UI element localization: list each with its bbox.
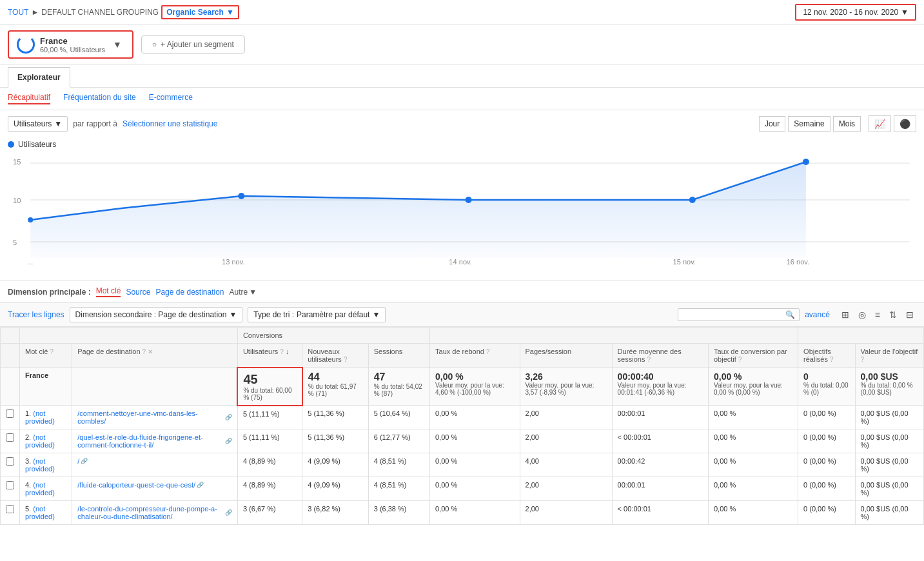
col-page[interactable]: Page de destination ? ✕ <box>72 344 238 368</box>
secondary-dim-label: Dimension secondaire : Page de destinati… <box>75 310 227 319</box>
scatter-chart-btn[interactable]: ⚫ <box>894 115 916 132</box>
row1-page-link[interactable]: /comment-nettoyer-une-vmc-dans-les-combl… <box>77 409 232 425</box>
row1-checkbox-input[interactable] <box>6 409 14 418</box>
row1-num-keyword: 1. (not provided) <box>20 406 72 429</box>
row4-checkbox-input[interactable] <box>6 481 14 489</box>
row3-checkbox[interactable] <box>1 453 20 477</box>
breadcrumb-organic-btn[interactable]: Organic Search ▼ <box>161 5 239 19</box>
totals-conversion: 0,00 % Valeur moy. pour la vue: 0,00 % (… <box>708 368 798 406</box>
col-sessions[interactable]: Sessions <box>368 344 429 368</box>
totals-page <box>72 368 238 406</box>
row5-num: 5. <box>25 505 31 513</box>
dim-other[interactable]: Autre ▼ <box>230 288 257 297</box>
time-btn-mois[interactable]: Mois <box>833 116 861 132</box>
row3-page-link[interactable]: / 🔗 <box>77 457 232 465</box>
breadcrumb-left: TOUT ► DEFAULT CHANNEL GROUPING Organic … <box>8 5 239 19</box>
svg-point-8 <box>238 193 244 199</box>
col-duration[interactable]: Durée moyenne des sessions ? <box>612 344 708 368</box>
row4-page-link[interactable]: /fluide-caloporteur-quest-ce-que-cest/ 🔗 <box>77 481 232 489</box>
help-icon-goals[interactable]: ? <box>830 356 834 363</box>
col-motcle[interactable]: Mot clé ? <box>20 344 72 368</box>
sort-arrow-users[interactable]: ↓ <box>286 348 290 355</box>
dim-link-page[interactable]: Page de destination <box>155 288 224 297</box>
row5-checkbox[interactable] <box>1 501 20 525</box>
help-icon-conversion[interactable]: ? <box>738 356 742 363</box>
chart-legend: Utilisateurs <box>0 137 924 152</box>
sort-type-select[interactable]: Type de tri : Paramètre par défaut ▼ <box>248 307 386 322</box>
search-box[interactable]: 🔍 <box>678 308 800 321</box>
row5-checkbox-input[interactable] <box>6 505 14 513</box>
chart-type-buttons: 📈 ⚫ <box>869 115 916 132</box>
row3-checkbox-input[interactable] <box>6 457 14 466</box>
sub-tab-frequentation[interactable]: Fréquentation du site <box>63 93 136 104</box>
row5-page-link[interactable]: /le-controle-du-compresseur-dune-pompe-a… <box>77 505 232 520</box>
row5-value: 0,00 $US (0,00 %) <box>855 501 923 525</box>
row4-duration: 00:00:01 <box>612 477 708 501</box>
totals-row: France 45 % du total: 60,00 % (75) 44 % … <box>1 368 924 406</box>
col-value[interactable]: Valeur de l'objectif ? <box>855 344 923 368</box>
col-pages[interactable]: Pages/session <box>520 344 612 368</box>
sort-type-label: Type de tri : <box>253 310 294 319</box>
sub-tab-recapitulatif[interactable]: Récapitulatif <box>8 93 50 104</box>
time-btn-semaine[interactable]: Semaine <box>788 116 830 132</box>
search-icon[interactable]: 🔍 <box>785 310 795 319</box>
totals-keyword: France <box>20 368 72 406</box>
help-icon-motcle[interactable]: ? <box>50 348 54 355</box>
row2-num-keyword: 2. (not provided) <box>20 429 72 453</box>
breadcrumb-tout[interactable]: TOUT <box>8 8 28 17</box>
table-row: 1. (not provided) /comment-nettoyer-une-… <box>1 406 924 429</box>
select-stat-link[interactable]: Sélectionner une statistique <box>123 119 217 128</box>
dim-link-source[interactable]: Source <box>126 288 150 297</box>
pie-icon[interactable]: ◎ <box>856 308 869 321</box>
dimension-bar: Dimension principale : Mot clé Source Pa… <box>0 280 924 303</box>
delete-icon[interactable]: ✕ <box>148 348 153 355</box>
row4-checkbox[interactable] <box>1 477 20 501</box>
tracer-button[interactable]: Tracer les lignes <box>8 310 64 319</box>
sub-tab-ecommerce[interactable]: E-commerce <box>149 93 193 104</box>
date-range-btn[interactable]: 12 nov. 2020 - 16 nov. 2020 ▼ <box>795 4 916 21</box>
row3-conversion: 0,00 % <box>708 453 798 477</box>
tab-explorateur[interactable]: Explorateur <box>8 67 70 88</box>
help-icon-duration[interactable]: ? <box>647 356 651 363</box>
table-icon[interactable]: ≡ <box>872 308 883 321</box>
grid-icon[interactable]: ⊞ <box>839 308 852 321</box>
row1-checkbox[interactable] <box>1 406 20 429</box>
svg-point-11 <box>803 159 809 165</box>
help-icon-new-users[interactable]: ? <box>344 356 348 363</box>
row3-page: / 🔗 <box>72 453 238 477</box>
row5-pages: 2,00 <box>520 501 612 525</box>
row4-users: 4 (8,89 %) <box>237 477 302 501</box>
line-chart-btn[interactable]: 📈 <box>869 115 891 132</box>
sort-type-arrow: ▼ <box>372 310 380 319</box>
row1-users: 5 (11,11 %) <box>237 406 302 429</box>
pivot-icon[interactable]: ⊟ <box>903 308 916 321</box>
col-goals[interactable]: Objectifs réalisés ? <box>798 344 855 368</box>
search-input[interactable] <box>682 310 785 319</box>
row2-page-link[interactable]: /quel-est-le-role-du-fluide-frigorigene-… <box>77 433 232 449</box>
help-icon-users[interactable]: ? <box>280 348 284 355</box>
segment-card[interactable]: France 60,00 %, Utilisateurs ▼ <box>8 30 133 59</box>
add-segment-button[interactable]: ○ + Ajouter un segment <box>141 35 245 54</box>
metric-dropdown[interactable]: Utilisateurs ▼ <box>8 116 68 132</box>
col-users[interactable]: Utilisateurs ? ↓ <box>237 344 302 368</box>
row3-num: 3. <box>25 457 31 465</box>
secondary-dim-select[interactable]: Dimension secondaire : Page de destinati… <box>70 307 243 322</box>
metric-arrow: ▼ <box>54 119 62 128</box>
help-icon-bounce[interactable]: ? <box>486 348 490 355</box>
help-icon-value[interactable]: ? <box>861 356 865 363</box>
row1-pages: 2,00 <box>520 406 612 429</box>
segment-dropdown-arrow[interactable]: ▼ <box>110 39 124 50</box>
time-btn-jour[interactable]: Jour <box>759 116 785 132</box>
totals-new-users: 44 % du total: 61,97 % (71) <box>302 368 368 406</box>
row2-checkbox[interactable] <box>1 429 20 453</box>
col-bounce[interactable]: Taux de rebond ? <box>430 344 520 368</box>
avance-link[interactable]: avancé <box>805 310 830 319</box>
col-new-users[interactable]: Nouveaux utilisateurs ? <box>302 344 368 368</box>
col-conversion[interactable]: Taux de conversion par objectif ? <box>708 344 798 368</box>
row5-num-keyword: 5. (not provided) <box>20 501 72 525</box>
compare-icon[interactable]: ⇅ <box>887 308 899 321</box>
dim-link-motcle[interactable]: Mot clé <box>96 286 121 297</box>
row1-value: 0,00 $US (0,00 %) <box>855 406 923 429</box>
row2-checkbox-input[interactable] <box>6 433 14 442</box>
help-icon-page[interactable]: ? <box>143 348 146 355</box>
